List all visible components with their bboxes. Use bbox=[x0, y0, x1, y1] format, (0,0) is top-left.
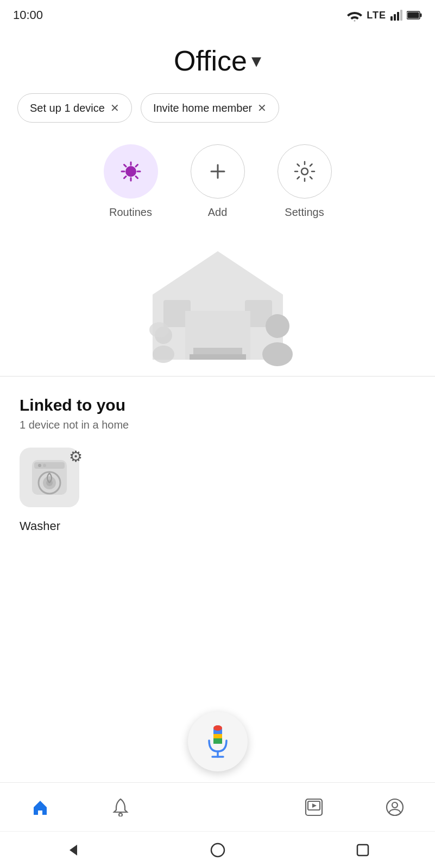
svg-point-41 bbox=[211, 844, 224, 857]
svg-point-39 bbox=[392, 802, 398, 808]
washer-svg bbox=[30, 458, 69, 497]
header[interactable]: Office ▾ bbox=[0, 28, 435, 88]
svg-point-8 bbox=[301, 168, 308, 175]
invite-chip-close[interactable]: ✕ bbox=[257, 101, 267, 114]
svg-rect-29 bbox=[213, 725, 222, 731]
android-home-button[interactable] bbox=[210, 843, 225, 858]
routines-button[interactable] bbox=[104, 144, 158, 199]
routines-icon bbox=[118, 159, 143, 184]
android-home-icon bbox=[210, 843, 225, 858]
svg-rect-6 bbox=[408, 12, 419, 18]
settings-icon bbox=[293, 159, 317, 183]
invite-chip-label: Invite home member bbox=[153, 102, 252, 114]
svg-point-27 bbox=[43, 464, 46, 467]
profile-icon bbox=[386, 798, 404, 816]
setup-chip-close[interactable]: ✕ bbox=[110, 101, 119, 114]
lte-icon: LTE bbox=[367, 10, 386, 21]
home-nav-icon bbox=[31, 798, 49, 816]
android-back-button[interactable] bbox=[65, 843, 80, 858]
svg-point-26 bbox=[38, 464, 41, 467]
routines-action[interactable]: Routines bbox=[104, 144, 158, 219]
chevron-down-icon: ▾ bbox=[251, 49, 261, 72]
invite-chip[interactable]: Invite home member ✕ bbox=[141, 93, 279, 123]
mic-button[interactable] bbox=[188, 712, 248, 771]
linked-title: Linked to you bbox=[20, 396, 415, 414]
wifi-icon bbox=[347, 9, 362, 21]
washer-label: Washer bbox=[20, 519, 60, 533]
nav-notifications[interactable] bbox=[80, 798, 161, 816]
washer-icon-wrap: ⚙ bbox=[20, 448, 85, 513]
house-svg bbox=[131, 240, 305, 371]
signal-icon bbox=[390, 10, 402, 21]
add-icon bbox=[207, 161, 229, 182]
battery-icon bbox=[407, 11, 422, 20]
washer-settings-icon: ⚙ bbox=[69, 448, 83, 465]
mic-icon bbox=[206, 725, 230, 758]
android-nav bbox=[0, 831, 435, 868]
home-name: Office bbox=[174, 44, 247, 77]
nav-profile[interactable] bbox=[355, 798, 435, 816]
status-bar: 10:00 LTE bbox=[0, 0, 435, 28]
back-icon bbox=[65, 843, 80, 858]
bell-icon bbox=[112, 798, 129, 816]
nav-media[interactable] bbox=[274, 798, 354, 816]
setup-chip[interactable]: Set up 1 device ✕ bbox=[17, 93, 132, 123]
svg-point-7 bbox=[125, 166, 136, 177]
chips-row: Set up 1 device ✕ Invite home member ✕ bbox=[0, 93, 435, 123]
settings-action[interactable]: Settings bbox=[278, 144, 332, 219]
svg-rect-0 bbox=[390, 16, 393, 21]
svg-point-16 bbox=[266, 314, 289, 338]
status-icons: LTE bbox=[347, 9, 422, 21]
linked-subtitle: 1 device not in a home bbox=[20, 419, 415, 431]
setup-chip-label: Set up 1 device bbox=[30, 102, 105, 114]
android-recents-icon bbox=[356, 843, 370, 857]
android-recents-button[interactable] bbox=[356, 843, 370, 857]
svg-point-19 bbox=[153, 346, 174, 363]
svg-marker-37 bbox=[312, 803, 317, 808]
add-label: Add bbox=[208, 206, 228, 219]
svg-rect-15 bbox=[190, 354, 246, 360]
svg-rect-3 bbox=[400, 10, 402, 21]
routines-label: Routines bbox=[109, 206, 152, 219]
add-action[interactable]: Add bbox=[191, 144, 245, 219]
svg-rect-1 bbox=[394, 14, 396, 21]
svg-point-17 bbox=[262, 342, 293, 366]
nav-home[interactable] bbox=[0, 798, 80, 816]
status-time: 10:00 bbox=[13, 8, 43, 22]
svg-point-20 bbox=[149, 322, 169, 337]
svg-rect-2 bbox=[397, 12, 399, 21]
mic-container[interactable] bbox=[188, 712, 248, 771]
home-illustration bbox=[0, 235, 435, 376]
svg-rect-31 bbox=[213, 738, 222, 744]
page-title[interactable]: Office ▾ bbox=[0, 44, 435, 77]
svg-rect-14 bbox=[193, 348, 242, 354]
svg-rect-42 bbox=[357, 845, 368, 856]
actions-row: Routines Add Settings bbox=[0, 144, 435, 219]
linked-section: Linked to you 1 device not in a home bbox=[0, 376, 435, 533]
svg-marker-40 bbox=[70, 845, 77, 856]
svg-rect-5 bbox=[420, 14, 422, 17]
add-button[interactable] bbox=[191, 144, 245, 199]
media-icon bbox=[305, 798, 323, 816]
settings-button[interactable] bbox=[278, 144, 332, 199]
svg-point-34 bbox=[119, 813, 122, 816]
bottom-nav bbox=[0, 782, 435, 831]
washer-device[interactable]: ⚙ Washer bbox=[20, 448, 90, 533]
settings-label: Settings bbox=[285, 206, 324, 219]
